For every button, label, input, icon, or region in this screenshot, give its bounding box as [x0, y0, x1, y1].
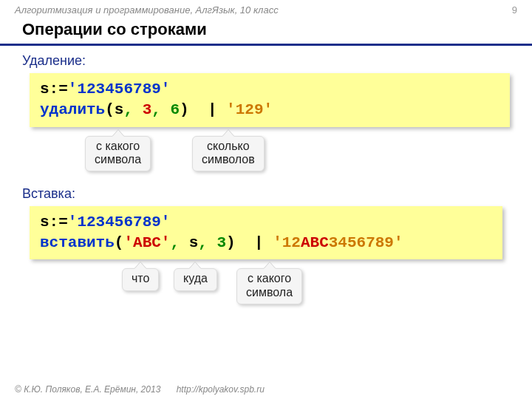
header-bar: Алгоритмизация и программирование, АлгЯз…: [0, 0, 532, 17]
callout-row-insert: что куда с какогосимвола: [0, 267, 532, 308]
code-text: s:=: [40, 214, 68, 231]
code-text: (: [105, 101, 115, 118]
code-sep: ,: [198, 234, 216, 251]
code-text: s:=: [40, 81, 68, 98]
section-insert-label: Вставка:: [22, 186, 532, 202]
code-arg: 3: [143, 101, 152, 118]
code-sep: ,: [123, 101, 142, 118]
code-block-delete: s:='123456789' удалить(s, 3, 6) | '129': [30, 73, 510, 127]
page-title: Операции со строками: [0, 17, 532, 46]
code-fn: удалить: [40, 101, 105, 118]
code-arg: s: [115, 101, 124, 118]
code-sep: ,: [170, 234, 188, 251]
callout-from-char: с какогосимвола: [236, 268, 302, 304]
code-sep: ,: [151, 101, 170, 118]
callout-row-delete: с какогосимвола сколькосимволов: [0, 134, 532, 176]
code-text: ) |: [226, 234, 273, 251]
code-result: ABC: [301, 234, 329, 251]
code-result: '12: [273, 234, 301, 251]
code-text: (: [115, 234, 124, 251]
code-result: '129': [226, 101, 273, 118]
code-string: '123456789': [68, 81, 171, 98]
code-arg: 6: [170, 101, 180, 118]
footer-url: http://kpolyakov.spb.ru: [177, 384, 265, 395]
callout-count: сколькосимволов: [192, 136, 265, 172]
callout-what: что: [122, 268, 159, 290]
code-string: '123456789': [68, 214, 171, 231]
footer: © К.Ю. Поляков, Е.А. Ерёмин, 2013 http:/…: [15, 384, 265, 395]
page-number: 9: [512, 4, 517, 16]
code-arg: s: [189, 234, 199, 251]
section-delete-label: Удаление:: [22, 53, 532, 69]
code-block-insert: s:='123456789' вставить('ABC', s, 3) | '…: [30, 206, 502, 260]
breadcrumb: Алгоритмизация и программирование, АлгЯз…: [15, 4, 279, 16]
code-result: 3456789': [329, 234, 403, 251]
footer-copyright: © К.Ю. Поляков, Е.А. Ерёмин, 2013: [15, 384, 160, 395]
code-text: ) |: [180, 101, 226, 118]
code-arg: 'ABC': [123, 234, 170, 251]
code-arg: 3: [217, 234, 227, 251]
callout-from-char: с какогосимвола: [85, 136, 151, 172]
code-fn: вставить: [40, 234, 115, 251]
callout-where: куда: [174, 268, 217, 290]
